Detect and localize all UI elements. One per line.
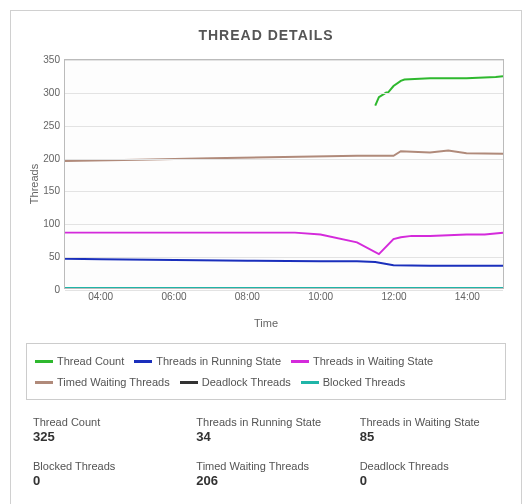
stat-cell: Threads in Running State34 <box>196 416 339 444</box>
gridline <box>65 224 503 225</box>
series-line <box>375 76 503 105</box>
thread-chart: Threads 05010015020025030035004:0006:000… <box>20 53 512 315</box>
stat-cell: Timed Waiting Threads206 <box>196 460 339 488</box>
legend-item: Deadlock Threads <box>180 373 291 393</box>
stat-cell: Threads in Waiting State85 <box>360 416 503 444</box>
legend-swatch <box>301 381 319 384</box>
legend-item: Threads in Waiting State <box>291 352 433 372</box>
thread-details-panel: THREAD DETAILS Threads 05010015020025030… <box>10 10 522 504</box>
x-axis-label: Time <box>19 317 513 329</box>
legend-label: Threads in Waiting State <box>313 352 433 372</box>
y-tick-label: 300 <box>38 86 60 97</box>
series-line <box>65 259 503 266</box>
y-tick-label: 350 <box>38 54 60 65</box>
x-tick-label: 06:00 <box>161 291 186 302</box>
stat-value: 85 <box>360 429 503 444</box>
legend-label: Threads in Running State <box>156 352 281 372</box>
legend-swatch <box>134 360 152 363</box>
legend-swatch <box>35 381 53 384</box>
legend-item: Blocked Threads <box>301 373 405 393</box>
x-tick-label: 04:00 <box>88 291 113 302</box>
y-tick-label: 250 <box>38 119 60 130</box>
x-tick-label: 14:00 <box>455 291 480 302</box>
plot-area <box>64 59 504 289</box>
y-tick-label: 100 <box>38 218 60 229</box>
stats-grid: Thread Count325Threads in Running State3… <box>33 416 503 488</box>
legend: Thread CountThreads in Running StateThre… <box>26 343 506 400</box>
stat-cell: Deadlock Threads0 <box>360 460 503 488</box>
legend-item: Timed Waiting Threads <box>35 373 170 393</box>
stat-value: 325 <box>33 429 176 444</box>
y-tick-label: 150 <box>38 185 60 196</box>
legend-item: Threads in Running State <box>134 352 281 372</box>
stat-value: 0 <box>360 473 503 488</box>
stat-label: Blocked Threads <box>33 460 176 472</box>
series-line <box>65 233 503 254</box>
stat-label: Threads in Running State <box>196 416 339 428</box>
stat-label: Threads in Waiting State <box>360 416 503 428</box>
gridline <box>65 290 503 291</box>
stat-cell: Thread Count325 <box>33 416 176 444</box>
gridline <box>65 191 503 192</box>
legend-label: Blocked Threads <box>323 373 405 393</box>
x-tick-label: 12:00 <box>381 291 406 302</box>
legend-label: Deadlock Threads <box>202 373 291 393</box>
stat-cell: Blocked Threads0 <box>33 460 176 488</box>
y-tick-label: 50 <box>38 251 60 262</box>
x-tick-label: 08:00 <box>235 291 260 302</box>
stat-value: 0 <box>33 473 176 488</box>
stat-label: Timed Waiting Threads <box>196 460 339 472</box>
stat-label: Thread Count <box>33 416 176 428</box>
stat-label: Deadlock Threads <box>360 460 503 472</box>
gridline <box>65 159 503 160</box>
legend-item: Thread Count <box>35 352 124 372</box>
gridline <box>65 60 503 61</box>
gridline <box>65 126 503 127</box>
legend-label: Timed Waiting Threads <box>57 373 170 393</box>
y-tick-label: 200 <box>38 152 60 163</box>
gridline <box>65 93 503 94</box>
chart-lines <box>65 60 503 288</box>
stat-value: 206 <box>196 473 339 488</box>
x-tick-label: 10:00 <box>308 291 333 302</box>
y-tick-label: 0 <box>38 284 60 295</box>
gridline <box>65 257 503 258</box>
stat-value: 34 <box>196 429 339 444</box>
legend-swatch <box>291 360 309 363</box>
legend-swatch <box>180 381 198 384</box>
legend-swatch <box>35 360 53 363</box>
page-title: THREAD DETAILS <box>19 27 513 43</box>
legend-label: Thread Count <box>57 352 124 372</box>
